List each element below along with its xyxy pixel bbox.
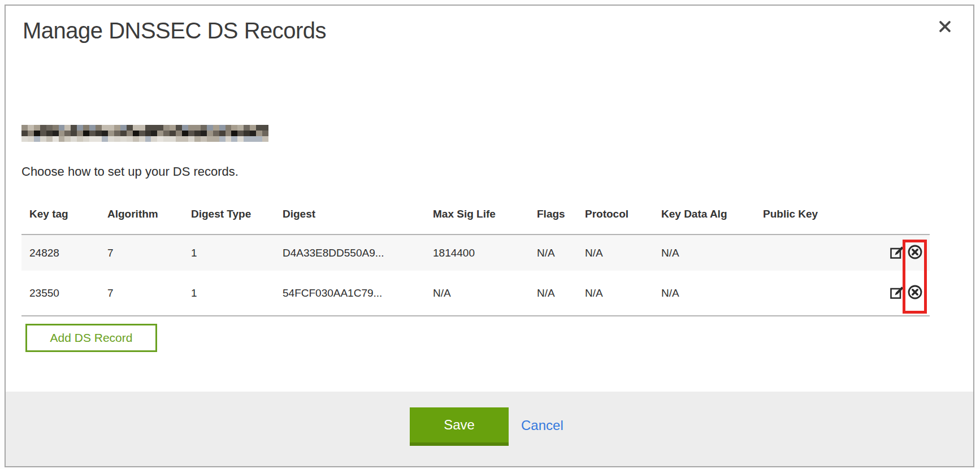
- row-actions: [868, 271, 930, 316]
- edit-record-button[interactable]: [890, 245, 904, 261]
- table-cell: N/A: [529, 271, 577, 316]
- table-cell: N/A: [577, 271, 653, 316]
- redacted-domain-name: [21, 125, 268, 142]
- close-icon: [935, 29, 955, 38]
- table-row: 235507154FCF030AA1C79...N/AN/AN/AN/A: [21, 271, 930, 316]
- cancel-link[interactable]: Cancel: [521, 418, 563, 433]
- column-header: Digest Type: [183, 206, 275, 234]
- delete-icon: [907, 284, 923, 302]
- column-header: Digest: [275, 206, 425, 234]
- table-cell: N/A: [529, 234, 577, 271]
- table-cell: N/A: [425, 271, 529, 316]
- edit-record-button[interactable]: [890, 285, 904, 301]
- delete-record-button[interactable]: [907, 244, 923, 262]
- table-cell: 7: [99, 271, 183, 316]
- dialog-footer: Save Cancel: [6, 392, 973, 466]
- setup-instruction: Choose how to set up your DS records.: [21, 164, 239, 179]
- table-cell: 7: [99, 234, 183, 271]
- delete-record-button[interactable]: [907, 284, 923, 302]
- add-ds-record-button[interactable]: Add DS Record: [25, 324, 157, 352]
- ds-records-table: Key tagAlgorithmDigest TypeDigestMax Sig…: [21, 206, 930, 316]
- edit-icon: [890, 285, 904, 301]
- table-cell: N/A: [653, 271, 755, 316]
- table-cell: [755, 271, 868, 316]
- close-button[interactable]: [933, 15, 957, 40]
- table-cell: [755, 234, 868, 271]
- column-header: Key tag: [21, 206, 99, 234]
- table-row: 2482871D4A33E8DD550A9...1814400N/AN/AN/A: [21, 234, 930, 271]
- table-cell: 1: [183, 234, 275, 271]
- table-cell: N/A: [577, 234, 653, 271]
- table-header-row: Key tagAlgorithmDigest TypeDigestMax Sig…: [21, 206, 930, 234]
- table-cell: N/A: [653, 234, 755, 271]
- column-header: Flags: [529, 206, 577, 234]
- table-cell: 54FCF030AA1C79...: [275, 271, 425, 316]
- table-cell: 1: [183, 271, 275, 316]
- column-header: Algorithm: [99, 206, 183, 234]
- column-header: Max Sig Life: [425, 206, 529, 234]
- table-cell: 24828: [21, 234, 99, 271]
- delete-icon: [907, 244, 923, 262]
- table-cell: D4A33E8DD550A9...: [275, 234, 425, 271]
- table-cell: 1814400: [425, 234, 529, 271]
- column-header: Protocol: [577, 206, 653, 234]
- row-actions: [868, 234, 930, 271]
- edit-icon: [890, 245, 904, 261]
- dnssec-dialog: Manage DNSSEC DS Records Choose how to s…: [5, 5, 974, 467]
- screen: Manage DNSSEC DS Records Choose how to s…: [0, 0, 980, 469]
- dialog-title: Manage DNSSEC DS Records: [23, 18, 326, 44]
- column-header: Public Key: [755, 206, 868, 234]
- table-cell: 23550: [21, 271, 99, 316]
- column-header: Key Data Alg: [653, 206, 755, 234]
- save-button[interactable]: Save: [410, 407, 509, 446]
